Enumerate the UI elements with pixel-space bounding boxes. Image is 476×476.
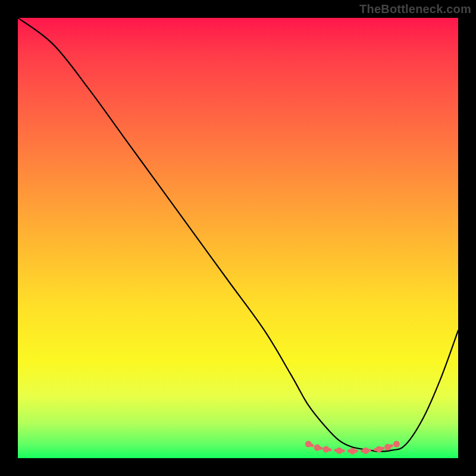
chart-container: TheBottleneck.com [0, 0, 476, 476]
marker-dot [384, 444, 391, 450]
bottleneck-curve [18, 18, 458, 452]
curve-svg [18, 18, 458, 458]
marker-dot [349, 448, 356, 455]
marker-dot [393, 441, 400, 447]
marker-dot [362, 447, 369, 454]
marker-dot [314, 444, 321, 451]
watermark-text: TheBottleneck.com [359, 2, 471, 16]
marker-dot [323, 446, 330, 453]
marker-dot [375, 446, 382, 453]
plot-area [18, 18, 458, 458]
marker-dot [336, 447, 343, 454]
marker-dot [305, 441, 312, 447]
